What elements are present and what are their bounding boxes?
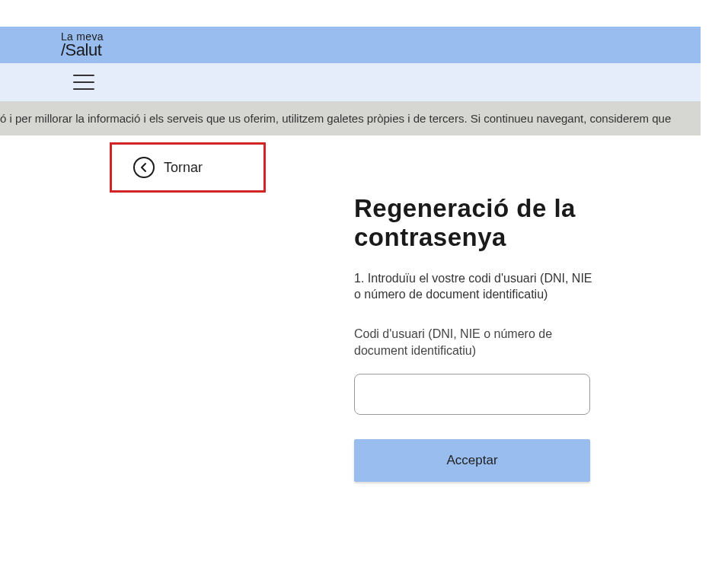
password-regeneration-form: Regeneració de la contrasenya 1. Introdu… bbox=[354, 194, 598, 482]
header-primary: La meva /Salut bbox=[0, 27, 701, 63]
hamburger-menu-icon[interactable] bbox=[73, 75, 94, 90]
top-spacer bbox=[0, 0, 728, 27]
content-area: Tornar Regeneració de la contrasenya 1. … bbox=[0, 135, 701, 482]
back-arrow-icon bbox=[133, 157, 155, 178]
form-instruction: 1. Introduïu el vostre codi d'usuari (DN… bbox=[354, 270, 598, 303]
logo-line-2: /Salut bbox=[61, 42, 104, 59]
header-secondary bbox=[0, 63, 701, 101]
cookie-notice-text: ó i per millorar la informació i els ser… bbox=[0, 112, 671, 125]
back-button[interactable]: Tornar bbox=[110, 142, 266, 193]
user-code-input[interactable] bbox=[354, 374, 590, 415]
user-code-label: Codi d'usuari (DNI, NIE o número de docu… bbox=[354, 326, 598, 360]
logo: La meva /Salut bbox=[61, 31, 104, 59]
back-button-label: Tornar bbox=[164, 160, 203, 176]
accept-button[interactable]: Acceptar bbox=[354, 439, 590, 482]
cookie-notice-bar: ó i per millorar la informació i els ser… bbox=[0, 101, 701, 135]
page-title: Regeneració de la contrasenya bbox=[354, 194, 598, 252]
